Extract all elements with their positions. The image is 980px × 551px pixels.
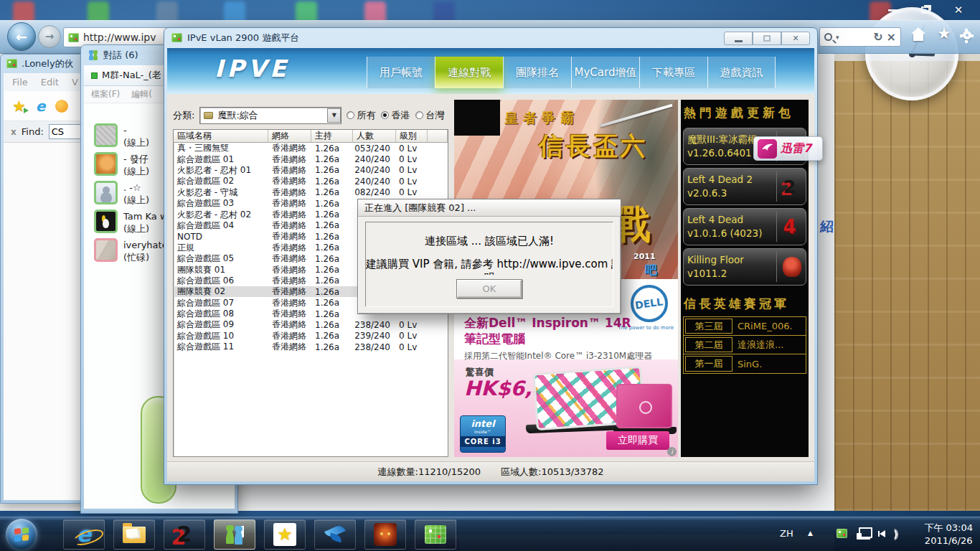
stop-icon[interactable]: × xyxy=(887,30,896,44)
taskbar-msn-messenger[interactable] xyxy=(214,519,255,550)
column-header[interactable]: 區域名稱 xyxy=(174,130,268,143)
update-item[interactable]: Left 4 Dead 2v2.0.6.32 xyxy=(683,168,806,205)
radio-icon xyxy=(415,111,423,119)
table-cell: 240/240 xyxy=(353,154,396,164)
table-cell: 0 Lv xyxy=(396,320,428,330)
dialog-title: 正在進入 [團隊競賽 02] ... xyxy=(358,199,621,217)
menu-item-Edit[interactable]: Edit xyxy=(41,77,59,88)
settings-gear-icon[interactable] xyxy=(963,31,971,39)
language-indicator[interactable]: ZH xyxy=(780,528,793,539)
column-header[interactable]: 主持 xyxy=(311,130,353,143)
nav-tab[interactable]: 團隊排名 xyxy=(503,57,571,88)
nav-tab[interactable]: 連線對戰 xyxy=(435,57,503,88)
ok-button[interactable]: OK xyxy=(456,279,522,298)
dropdown-caret-icon[interactable]: ▼ xyxy=(327,108,341,123)
radio-台灣[interactable]: 台灣 xyxy=(415,109,444,122)
table-cell: 239/240 xyxy=(353,331,396,341)
ipve-header: IPVE 用戶帳號連線對戰團隊排名MyCard增值下載專區遊戲資訊 xyxy=(167,48,814,94)
add-favorite-icon[interactable]: ★ xyxy=(12,98,26,115)
radio-icon xyxy=(347,111,354,119)
nav-tab[interactable]: 遊戲資訊 xyxy=(707,57,776,88)
ipve-icon xyxy=(425,525,446,544)
radio-所有[interactable]: 所有 xyxy=(347,109,375,122)
table-row[interactable]: 真・三國無雙香港網絡1.26a053/2400 Lv xyxy=(174,143,448,154)
chat-menu-item[interactable]: 編輯( xyxy=(131,88,152,100)
network-icon[interactable] xyxy=(857,527,872,540)
table-cell: 1.26a xyxy=(311,165,353,175)
close-button[interactable]: ✕ xyxy=(781,32,810,45)
column-header[interactable]: 級別 xyxy=(396,130,428,143)
nav-tab[interactable]: 用戶帳號 xyxy=(367,57,435,88)
table-row[interactable]: 綜合遊戲區 01香港網絡1.26a240/2400 Lv xyxy=(174,154,448,164)
search-caret-icon[interactable]: ▾ xyxy=(836,34,839,41)
table-cell: 238/240 xyxy=(353,342,396,352)
table-row[interactable]: 火影忍者 - 守城香港網絡1.26a082/2400 Lv xyxy=(174,187,448,198)
maximize-button[interactable] xyxy=(753,32,781,45)
contact-name: - xyxy=(123,124,149,136)
online-status-icon xyxy=(91,72,98,79)
table-row[interactable]: 綜合遊戲區 02香港網絡1.26a240/2400 Lv xyxy=(174,176,448,187)
refresh-icon[interactable]: ↻ xyxy=(873,30,882,44)
joining-dialog[interactable]: 正在進入 [團隊競賽 02] ... 連接區域 ... 該區域已人滿! 建議購買… xyxy=(357,199,621,314)
back-button[interactable]: ← xyxy=(7,22,36,51)
banner-title: 信長盃六 xyxy=(539,130,648,163)
update-item[interactable]: Left 4 Deadv1.0.1.6 (4023)4 xyxy=(683,208,806,245)
back-arrow-icon: ← xyxy=(16,29,27,44)
taskbar-windows-explorer[interactable] xyxy=(113,519,155,550)
ie-icon[interactable]: e xyxy=(36,98,46,115)
taskbar-clock[interactable]: 下午 03:04 2011/6/26 xyxy=(924,522,973,547)
volume-icon[interactable] xyxy=(880,527,895,540)
radio-label: 台灣 xyxy=(425,109,444,122)
clock-date: 2011/6/26 xyxy=(924,534,973,547)
tray-expand-icon[interactable]: ▲ xyxy=(808,529,813,537)
radio-香港[interactable]: 香港 xyxy=(381,109,410,122)
info-icon[interactable]: i xyxy=(667,447,677,456)
contact-info: - 發仔(線上) xyxy=(123,152,149,177)
category-dropdown[interactable]: 魔獸:綜合 ▼ xyxy=(199,107,341,124)
update-item[interactable]: Killing Floorv1011.2 xyxy=(683,248,806,286)
menu-item-File[interactable]: File xyxy=(12,77,28,88)
chat-menu-item[interactable]: 檔案(F) xyxy=(91,88,120,100)
buy-now-button[interactable]: 立即購買 xyxy=(606,431,669,450)
table-cell: 0 Lv xyxy=(396,143,428,154)
start-button[interactable] xyxy=(6,519,37,550)
dialog-body: 連接區域 ... 該區域已人滿! 建議購買 VIP 會籍, 請參考 http:/… xyxy=(365,222,613,307)
taskbar-dragon-game[interactable] xyxy=(364,519,406,550)
favorites-star-icon[interactable]: ★ xyxy=(937,27,951,41)
banner-tagline: 皇者爭霸 xyxy=(504,109,579,128)
table-row[interactable]: 火影忍者 - 忍村 01香港網絡1.26a240/2400 Lv xyxy=(174,165,448,176)
players-count: 區域人數:10513/33782 xyxy=(501,466,603,479)
contact-status: (線上) xyxy=(123,194,149,206)
champion-row: 第三屆CRiME_006. xyxy=(684,317,806,336)
nav-tab[interactable]: 下載專區 xyxy=(639,57,707,88)
chat-tab-label: M群-NaL-_(老 xyxy=(102,69,161,82)
nav-tab[interactable]: MyCard增值 xyxy=(571,57,639,88)
zombie-glyph xyxy=(783,257,801,277)
table-row[interactable]: 綜合遊戲區 11香港網絡1.26a238/2400 Lv xyxy=(174,342,448,352)
minimize-button[interactable] xyxy=(724,32,753,45)
table-cell: 1.26a xyxy=(311,254,353,264)
tray-ipve-icon[interactable] xyxy=(837,529,847,538)
table-row[interactable]: 綜合遊戲區 09香港網絡1.26a238/2400 Lv xyxy=(174,319,448,330)
forward-button[interactable]: → xyxy=(38,25,61,48)
taskbar-thunder[interactable] xyxy=(314,519,356,550)
taskbar-internet-explorer[interactable]: e xyxy=(63,519,105,550)
column-header[interactable]: 網絡 xyxy=(268,130,311,143)
radio-label: 所有 xyxy=(357,109,375,122)
thunder-popup[interactable]: 迅雷7 xyxy=(753,136,823,161)
table-cell: 1.26a xyxy=(311,154,353,164)
column-header[interactable]: 人數 xyxy=(353,130,396,143)
home-icon[interactable] xyxy=(911,30,925,42)
l4d-glyph: 4 xyxy=(783,216,796,237)
column-header-blank xyxy=(428,130,448,143)
taskbar-star-app[interactable]: ★ xyxy=(264,519,306,550)
orange-circle-icon[interactable] xyxy=(55,100,68,113)
taskbar-left4dead2[interactable]: 2 xyxy=(164,519,205,550)
taskbar-ipve[interactable] xyxy=(415,519,456,550)
menu-item-V[interactable]: V xyxy=(72,77,78,88)
close-icon[interactable]: ✕ xyxy=(947,3,970,17)
forward-arrow-icon: → xyxy=(45,30,55,43)
table-row[interactable]: 綜合遊戲區 10香港網絡1.26a239/2400 Lv xyxy=(174,331,448,342)
search-box[interactable]: ▾ ↻ × xyxy=(819,27,901,47)
find-close-icon[interactable]: x xyxy=(11,127,17,137)
